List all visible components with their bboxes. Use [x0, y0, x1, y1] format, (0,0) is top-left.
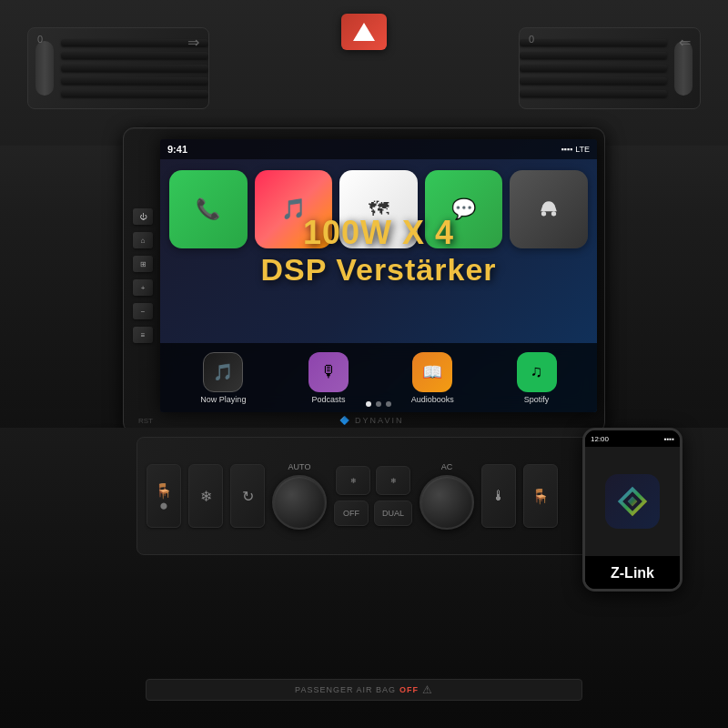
brand-name: DYNAVIN [355, 416, 403, 425]
climate-auto-label: AUTO [288, 462, 311, 471]
phone-time: 12:00 [591, 435, 609, 443]
climate-dual-btn[interactable]: DUAL [374, 500, 412, 526]
dock-podcasts-icon: 🎙 [308, 352, 349, 392]
defrost-front-icon: ❄ [200, 488, 212, 505]
dot-2 [376, 401, 381, 407]
climate-panel: 🪑 ⬤ ❄ ↻ AUTO ❄ ❄ OFF [136, 437, 592, 555]
vent-left-knob[interactable] [35, 41, 54, 96]
climate-off-btn[interactable]: OFF [334, 500, 369, 526]
carplay-icon [539, 199, 559, 219]
status-icons: ▪▪▪▪ LTE [561, 145, 590, 154]
dock-spotify[interactable]: ♫ Spotify [517, 352, 557, 404]
off-label: OFF [343, 509, 359, 518]
dock-now-playing-icon: 🎵 [203, 352, 243, 392]
carplay-status-bar: 9:41 ▪▪▪▪ LTE [160, 139, 597, 159]
hazard-icon [353, 23, 375, 41]
phone-overlay: 12:00 ▪▪▪▪ [582, 428, 701, 619]
head-unit-bottom: RST 🔷 DYNAVIN [131, 412, 597, 425]
climate-temp-knob-left[interactable] [272, 475, 327, 530]
airbag-text: PASSENGER AIR BAG [295, 685, 396, 694]
carplay-dock: 🎵 Now Playing 🎙 Podcasts 📖 Audiobooks [160, 343, 597, 412]
network-icon: LTE [575, 145, 590, 154]
climate-btn-recirc[interactable]: ↻ [230, 464, 265, 528]
seat-left-icon: 🪑 [155, 482, 173, 500]
list-button[interactable]: ≡ [133, 327, 153, 343]
side-buttons-left: ⏻ ⌂ ⊞ + − ≡ [131, 205, 155, 347]
status-time: 9:41 [167, 144, 187, 155]
climate-fan-controls: ❄ ❄ [336, 466, 410, 495]
climate-btn-defrost-front[interactable]: ❄ [188, 464, 223, 528]
phone-screen: 12:00 ▪▪▪▪ [582, 428, 682, 592]
phone-signal: ▪▪▪▪ [664, 435, 674, 443]
hazard-button[interactable] [341, 14, 387, 50]
dock-now-playing[interactable]: 🎵 Now Playing [200, 352, 246, 404]
vent-left: 0 ⇒ [27, 27, 209, 109]
dock-audiobooks-label: Audiobooks [411, 395, 454, 404]
vent-left-slats [61, 39, 208, 97]
recirc-icon: ↻ [242, 488, 254, 505]
brand-logo: 🔷 DYNAVIN [339, 416, 404, 425]
dock-audiobooks-icon: 📖 [412, 352, 452, 392]
seat-right-icon: 🪑 [531, 488, 550, 505]
climate-center: ❄ ❄ OFF DUAL [334, 466, 412, 526]
app-grid: 📞 🎵 🗺 💬 [160, 159, 597, 341]
dot-3 [386, 401, 391, 407]
vent-right: 0 ⇐ [519, 27, 701, 109]
airbag-off-text: OFF [399, 685, 419, 694]
rst-label: RST [138, 417, 153, 425]
fan-icon: ❄ [350, 477, 357, 485]
climate-ac-label: AC [441, 462, 453, 471]
vent-right-slats [520, 39, 667, 97]
head-unit-inner: ⏻ ⌂ ⊞ + − ≡ 9:41 ▪▪▪▪ LTE [131, 139, 597, 412]
climate-auto-section: AUTO [272, 462, 327, 530]
defrost-rear-icon: 🌡 [491, 488, 506, 504]
climate-mode-row: OFF DUAL [334, 500, 412, 526]
head-unit-screen[interactable]: 9:41 ▪▪▪▪ LTE 📞 🎵 🗺 💬 [160, 139, 597, 412]
home-button[interactable]: ⌂ [133, 232, 153, 248]
dock-audiobooks[interactable]: 📖 Audiobooks [411, 352, 454, 404]
scene: 0 ⇒ 0 ⇐ ⏻ ⌂ ⊞ + − [0, 0, 728, 728]
climate-btn-defrost-rear[interactable]: 🌡 [481, 464, 516, 528]
menu-button[interactable]: ⊞ [133, 256, 153, 272]
top-vent-area: 0 ⇒ 0 ⇐ [0, 0, 728, 146]
airbag-warning-icon: ⚠ [422, 683, 433, 696]
head-unit-surround: ⏻ ⌂ ⊞ + − ≡ 9:41 ▪▪▪▪ LTE [123, 127, 605, 433]
phone-zlink-label: Z-Link [585, 556, 680, 591]
signal-icon: ▪▪▪▪ [561, 145, 572, 154]
phone-app-area [585, 447, 680, 556]
airbag-strip: PASSENGER AIR BAG OFF ⚠ [146, 679, 582, 701]
app-messages[interactable]: 💬 [425, 170, 503, 248]
climate-auto-section-right: AC [420, 462, 474, 530]
seat-left-label: ⬤ [160, 502, 167, 510]
climate-btn-seat-left[interactable]: 🪑 ⬤ [147, 464, 181, 528]
vol-up-button[interactable]: + [133, 279, 153, 296]
svg-point-1 [551, 211, 556, 216]
svg-point-0 [541, 211, 546, 216]
climate-fan2-btn[interactable]: ❄ [376, 466, 410, 495]
dual-label: DUAL [382, 509, 404, 518]
dot-1 [366, 401, 371, 407]
carplay-interface: 9:41 ▪▪▪▪ LTE 📞 🎵 🗺 💬 [160, 139, 597, 412]
zlink-svg [616, 485, 649, 518]
dock-spotify-label: Spotify [524, 395, 550, 404]
power-button[interactable]: ⏻ [133, 208, 153, 225]
dock-podcasts-label: Podcasts [312, 395, 346, 404]
dock-now-playing-label: Now Playing [200, 395, 246, 404]
app-carplay[interactable] [510, 170, 588, 248]
app-maps[interactable]: 🗺 [339, 170, 418, 248]
climate-btn-seat-right[interactable]: 🪑 [523, 464, 558, 528]
dock-spotify-icon: ♫ [517, 352, 557, 392]
climate-temp-knob-right[interactable] [420, 475, 474, 530]
vol-down-button[interactable]: − [133, 303, 153, 319]
phone-status-bar: 12:00 ▪▪▪▪ [585, 430, 680, 447]
zlink-icon [605, 474, 660, 529]
zlink-label-text: Z-Link [611, 565, 654, 581]
page-dots [366, 401, 391, 407]
app-phone[interactable]: 📞 [169, 170, 248, 248]
app-music[interactable]: 🎵 [255, 170, 333, 248]
climate-fan-btn[interactable]: ❄ [336, 466, 370, 495]
dock-podcasts[interactable]: 🎙 Podcasts [308, 352, 349, 404]
fan2-icon: ❄ [390, 477, 397, 485]
